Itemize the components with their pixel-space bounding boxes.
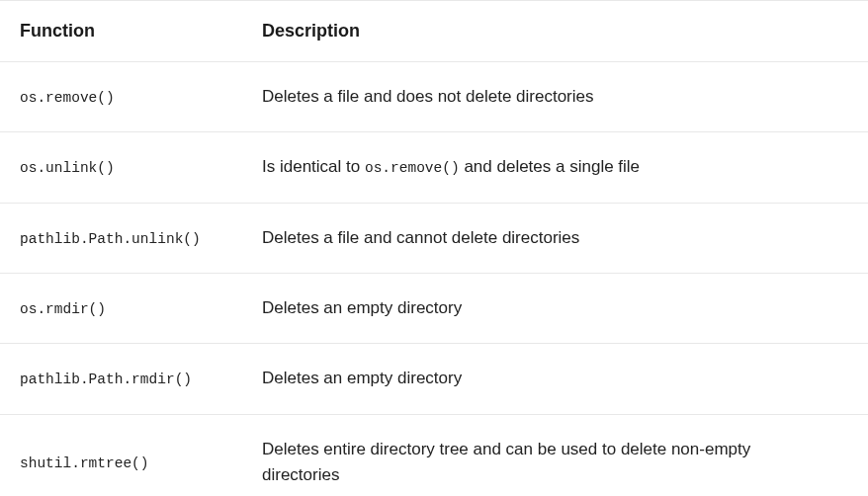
table-row: os.rmdir() Deletes an empty directory [0,274,868,344]
function-cell: os.unlink() [0,132,242,203]
function-cell: os.remove() [0,62,242,132]
table-row: os.unlink() Is identical to os.remove() … [0,132,868,203]
table-row: shutil.rmtree() Deletes entire directory… [0,414,868,496]
desc-text-before: Deletes entire directory tree and can be… [262,440,750,484]
desc-text-before: Deletes a file and cannot delete directo… [262,228,579,247]
table-row: pathlib.Path.rmdir() Deletes an empty di… [0,344,868,414]
description-cell: Deletes a file and does not delete direc… [242,62,868,132]
table-header-row: Function Description [0,1,868,62]
description-cell: Deletes a file and cannot delete directo… [242,203,868,273]
function-cell: pathlib.Path.rmdir() [0,344,242,414]
function-code: os.unlink() [20,160,115,176]
desc-text-after: and deletes a single file [460,157,640,176]
table-row: os.remove() Deletes a file and does not … [0,62,868,132]
table-row: pathlib.Path.unlink() Deletes a file and… [0,203,868,273]
desc-text-before: Deletes an empty directory [262,298,462,317]
function-code: shutil.rmtree() [20,455,149,471]
function-code: pathlib.Path.unlink() [20,231,201,247]
description-cell: Deletes entire directory tree and can be… [242,414,868,496]
function-code: pathlib.Path.rmdir() [20,372,192,387]
col-header-description: Description [242,1,868,62]
desc-code: os.remove() [365,160,460,176]
function-code: os.remove() [20,90,115,106]
functions-table: Function Description os.remove() Deletes… [0,0,868,496]
desc-text-before: Is identical to [262,157,365,176]
function-cell: shutil.rmtree() [0,414,242,496]
function-cell: os.rmdir() [0,274,242,344]
desc-text-before: Deletes an empty directory [262,369,462,387]
desc-text-before: Deletes a file and does not delete direc… [262,87,593,106]
function-cell: pathlib.Path.unlink() [0,203,242,273]
col-header-function: Function [0,1,242,62]
description-cell: Deletes an empty directory [242,274,868,344]
description-cell: Is identical to os.remove() and deletes … [242,132,868,203]
description-cell: Deletes an empty directory [242,344,868,414]
function-code: os.rmdir() [20,301,106,317]
